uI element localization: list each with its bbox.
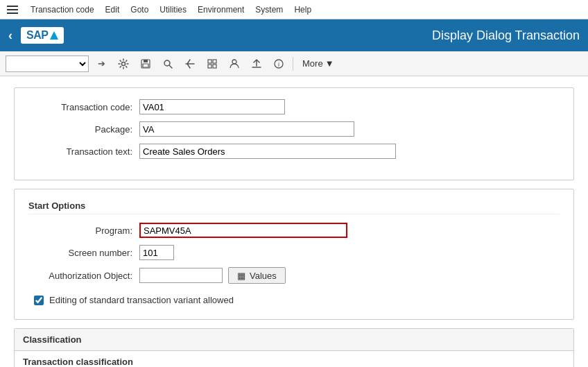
- transaction-variant-checkbox[interactable]: [34, 296, 44, 305]
- svg-point-10: [232, 60, 236, 64]
- auth-object-label: Authorization Object:: [28, 271, 139, 281]
- svg-line-5: [170, 65, 173, 68]
- toolbar-select[interactable]: [6, 56, 89, 72]
- menu-edit[interactable]: Edit: [105, 5, 120, 15]
- program-label: Program:: [28, 225, 139, 236]
- values-icon: ▦: [237, 271, 245, 281]
- start-options-section: Start Options Program: Screen number: Au…: [14, 189, 574, 320]
- sap-logo: SAP: [21, 27, 64, 44]
- transaction-code-row: Transaction code:: [28, 99, 560, 114]
- toolbar-btn-arrow[interactable]: ➔: [92, 55, 111, 73]
- page-title: Display Dialog Transaction: [432, 28, 580, 43]
- header-left: ‹ SAP: [8, 27, 64, 44]
- back-button[interactable]: ‹: [8, 28, 12, 43]
- menu-environment[interactable]: Environment: [198, 5, 244, 15]
- checkbox-row: Editing of standard transaction variant …: [34, 295, 560, 305]
- main-form-section: Transaction code: Package: Transaction t…: [14, 87, 574, 180]
- transaction-classification: Transaction classification: [15, 351, 573, 367]
- sap-logo-text: SAP: [26, 29, 48, 42]
- toolbar-btn-layout[interactable]: [202, 55, 222, 73]
- toolbar-btn-scale[interactable]: [180, 55, 200, 73]
- transaction-text-label: Transaction text:: [28, 146, 139, 157]
- toolbar-btn-person[interactable]: [225, 55, 244, 73]
- toolbar-btn-save[interactable]: [136, 55, 155, 73]
- sap-logo-triangle: [50, 31, 58, 40]
- toolbar-btn-upload[interactable]: [247, 55, 266, 73]
- svg-text:i: i: [278, 61, 279, 68]
- package-label: Package:: [28, 124, 139, 135]
- toolbar-btn-settings1[interactable]: [114, 55, 133, 73]
- transaction-variant-label: Editing of standard transaction variant …: [49, 295, 234, 305]
- more-label: More: [302, 58, 323, 69]
- program-input[interactable]: [139, 223, 347, 238]
- transaction-text-input[interactable]: [139, 144, 396, 159]
- toolbar-separator: [293, 57, 293, 71]
- svg-rect-8: [208, 65, 211, 68]
- transaction-text-row: Transaction text:: [28, 144, 560, 159]
- screen-number-input[interactable]: [139, 245, 174, 260]
- svg-rect-7: [213, 60, 216, 63]
- classification-title: Classification: [15, 329, 573, 351]
- values-label: Values: [250, 271, 277, 281]
- values-button[interactable]: ▦ Values: [228, 267, 286, 284]
- toolbar: ➔: [0, 51, 588, 76]
- toolbar-btn-info[interactable]: i: [269, 55, 288, 73]
- transaction-code-label: Transaction code:: [28, 102, 139, 112]
- menu-help[interactable]: Help: [294, 5, 311, 15]
- content-area: Transaction code: Package: Transaction t…: [0, 76, 588, 367]
- toolbar-btn-find[interactable]: [158, 55, 178, 73]
- hamburger-menu[interactable]: [6, 4, 19, 15]
- menu-goto[interactable]: Goto: [130, 5, 148, 15]
- menu-utilities[interactable]: Utilities: [159, 5, 187, 15]
- svg-rect-6: [208, 60, 211, 63]
- header-bar: ‹ SAP Display Dialog Transaction: [0, 19, 588, 51]
- auth-object-input[interactable]: [139, 268, 223, 283]
- start-options-title: Start Options: [28, 200, 560, 214]
- classification-section: Classification Transaction classificatio…: [14, 328, 574, 367]
- screen-number-row: Screen number:: [28, 245, 560, 260]
- menu-system[interactable]: System: [255, 5, 283, 15]
- package-row: Package:: [28, 121, 560, 137]
- svg-rect-9: [213, 65, 216, 68]
- auth-object-row: Authorization Object: ▦ Values: [28, 267, 560, 284]
- svg-rect-2: [144, 60, 148, 62]
- transaction-code-input[interactable]: [139, 99, 285, 114]
- svg-point-0: [122, 62, 126, 65]
- screen-number-label: Screen number:: [28, 248, 139, 258]
- menu-bar: Transaction code Edit Goto Utilities Env…: [0, 0, 588, 19]
- program-row: Program:: [28, 223, 560, 238]
- svg-rect-3: [143, 64, 148, 67]
- chevron-down-icon: ▼: [325, 58, 334, 69]
- svg-point-4: [164, 60, 170, 66]
- package-input[interactable]: [139, 121, 354, 137]
- more-button[interactable]: More ▼: [297, 56, 339, 71]
- menu-transaction-code[interactable]: Transaction code: [31, 5, 94, 15]
